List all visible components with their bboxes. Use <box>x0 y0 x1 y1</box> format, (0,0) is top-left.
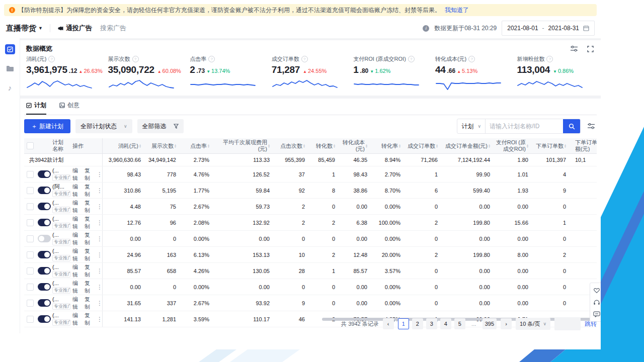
more-actions-button[interactable]: ⋮ <box>97 267 103 275</box>
plan-name[interactable]: (... <box>52 248 59 254</box>
plan-toggle[interactable] <box>38 219 51 226</box>
metric-card-impressions[interactable]: 展示次数? 35,090,722 ▲60.08% <box>106 55 188 94</box>
info-icon[interactable]: ? <box>301 56 308 62</box>
more-actions-button[interactable]: ⋮ <box>97 187 103 194</box>
plan-toggle[interactable] <box>38 203 51 210</box>
plan-toggle[interactable] <box>38 315 51 323</box>
page-button[interactable]: 4 <box>440 318 451 329</box>
date-range-picker[interactable]: 2021-08-01 - 2021-08-31 <box>502 21 595 36</box>
edit-button[interactable]: 编辑 <box>72 280 82 295</box>
info-icon[interactable]: ? <box>132 56 139 62</box>
sidebar-item-douyin[interactable]: ♪ <box>5 82 15 93</box>
row-checkbox[interactable] <box>27 235 34 242</box>
tab-plans[interactable]: 计划 <box>26 101 46 115</box>
col-header[interactable]: 成交订单金额(元)▴▾ <box>443 138 495 153</box>
info-icon[interactable]: ? <box>408 56 415 62</box>
plan-toggle[interactable] <box>38 187 51 194</box>
plan-name[interactable]: (... <box>52 280 59 287</box>
metric-card-cost[interactable]: 消耗(元)? 3,961,975.12 ▲26.63% <box>24 55 106 94</box>
sort-icon[interactable]: ▴▾ <box>175 144 176 148</box>
more-actions-button[interactable]: ⋮ <box>97 219 103 226</box>
row-checkbox[interactable] <box>27 316 34 323</box>
info-icon[interactable]: ? <box>208 56 215 62</box>
all-filters-button[interactable]: 全部筛选 <box>137 119 184 133</box>
page-button[interactable]: 1 <box>398 318 409 329</box>
select-all-checkbox[interactable] <box>27 142 34 149</box>
edit-button[interactable]: 编辑 <box>72 312 82 327</box>
feedback-comment-button[interactable] <box>593 310 601 318</box>
page-button[interactable]: 395 <box>482 318 497 329</box>
fullscreen-icon[interactable] <box>585 44 596 53</box>
sort-icon[interactable]: ▴▾ <box>334 144 335 148</box>
row-checkbox[interactable] <box>27 251 34 258</box>
sort-icon[interactable]: ▴▾ <box>436 144 438 148</box>
info-icon[interactable]: ? <box>48 56 55 62</box>
more-actions-button[interactable]: ⋮ <box>97 203 103 210</box>
edit-button[interactable]: 编辑 <box>72 215 82 230</box>
col-header[interactable]: 下单订单金额(元)▴▾ <box>571 138 597 153</box>
row-checkbox[interactable] <box>27 219 34 226</box>
info-icon[interactable]: ? <box>546 56 553 62</box>
metric-settings-button[interactable] <box>569 44 580 53</box>
metric-card-roi[interactable]: 支付ROI (原成交ROI)? 1.80 ▼1.62% <box>351 55 433 94</box>
row-checkbox[interactable] <box>27 187 34 194</box>
copy-button[interactable]: 复制 <box>85 167 94 182</box>
search-input[interactable] <box>486 123 563 130</box>
row-checkbox[interactable] <box>27 171 34 178</box>
nav-search-ads[interactable]: 搜索广告 <box>100 24 126 33</box>
business-switcher[interactable]: 直播带货 ▼ <box>6 24 43 33</box>
metric-card-conv-cost[interactable]: 转化成本(元)? 44.66 ▲5.13% <box>433 55 515 94</box>
edit-button[interactable]: 编辑 <box>72 199 82 214</box>
sidebar-item-assets[interactable] <box>5 63 15 73</box>
more-actions-button[interactable]: ⋮ <box>97 316 103 323</box>
row-checkbox[interactable] <box>27 267 34 275</box>
col-header[interactable]: 点击率▴▾ <box>181 138 214 153</box>
more-actions-button[interactable]: ⋮ <box>97 235 103 242</box>
plan-status-filter[interactable]: 全部计划状态∨ <box>75 119 132 133</box>
prev-page-button[interactable]: ‹ <box>383 318 394 329</box>
sort-icon[interactable]: ▴▾ <box>399 144 400 148</box>
plan-name[interactable]: (... <box>52 200 59 206</box>
col-header[interactable]: 平均千次展现费用(元)▴▾ <box>214 138 275 153</box>
copy-button[interactable]: 复制 <box>85 199 94 214</box>
page-button[interactable]: 5 <box>454 318 465 329</box>
col-header[interactable]: 转化数▴▾ <box>310 138 340 153</box>
column-settings-button[interactable] <box>586 122 597 131</box>
new-plan-button[interactable]: ＋新建计划 <box>24 119 70 133</box>
sort-icon[interactable]: ▴▾ <box>208 144 209 148</box>
copy-button[interactable]: 复制 <box>85 183 94 198</box>
copy-button[interactable]: 复制 <box>85 263 94 279</box>
plan-name[interactable]: (... <box>52 312 59 319</box>
feedback-heart-button[interactable] <box>593 286 601 294</box>
sort-icon[interactable]: ▴▾ <box>303 144 305 148</box>
copy-button[interactable]: 复制 <box>85 247 94 262</box>
plan-toggle[interactable] <box>38 283 51 291</box>
page-size-select[interactable]: 10 条/页∨ <box>516 318 550 330</box>
row-checkbox[interactable] <box>27 203 34 210</box>
banner-dismiss-link[interactable]: 我知道了 <box>445 6 469 15</box>
copy-button[interactable]: 复制 <box>85 296 94 311</box>
col-header[interactable]: 成交订单数▴▾ <box>406 138 443 153</box>
sort-icon[interactable]: ▴▾ <box>527 144 528 148</box>
metric-card-new-followers[interactable]: 新增粉丝数? 113,004 ▼0.86% <box>515 55 597 94</box>
jump-page-input[interactable] <box>554 317 581 330</box>
plan-name[interactable]: (... <box>52 232 59 238</box>
more-actions-button[interactable]: ⋮ <box>97 284 103 291</box>
plan-name[interactable]: (... <box>52 264 59 270</box>
row-checkbox[interactable] <box>27 284 34 291</box>
metric-card-ctr[interactable]: 点击率? 2.73 ▼13.74% <box>188 55 270 94</box>
page-button[interactable]: 3 <box>426 318 437 329</box>
plan-toggle[interactable] <box>38 170 51 178</box>
plan-toggle[interactable] <box>38 299 51 307</box>
copy-button[interactable]: 复制 <box>85 215 94 230</box>
edit-button[interactable]: 编辑 <box>72 296 82 311</box>
search-button[interactable] <box>563 119 580 133</box>
metric-card-deal-orders[interactable]: 成交订单数? 71,287 ▲24.55% <box>270 55 352 94</box>
plan-toggle[interactable] <box>38 251 51 258</box>
sort-icon[interactable]: ▴▾ <box>268 144 270 148</box>
col-header[interactable]: 展示次数▴▾ <box>146 138 181 153</box>
plan-name[interactable]: (... <box>52 216 59 222</box>
copy-button[interactable]: 复制 <box>85 312 94 327</box>
sidebar-item-plans[interactable] <box>5 44 15 54</box>
page-button[interactable]: 2 <box>412 318 423 329</box>
